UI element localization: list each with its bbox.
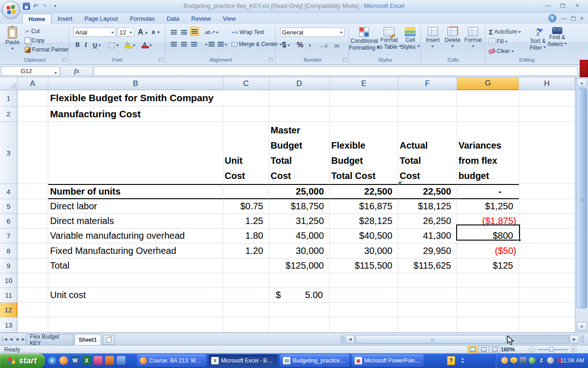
cell-F3[interactable]: Actual Total Cost	[398, 122, 457, 184]
cell-C3[interactable]: Unit Cost	[223, 122, 269, 184]
scroll-right-icon[interactable]: ▶	[570, 335, 579, 344]
cell-D11[interactable]: $5.00	[269, 288, 330, 303]
cell-E7[interactable]: $40,500	[330, 229, 398, 243]
row-header-12[interactable]: 12	[0, 303, 17, 317]
font-dialog-launcher-icon[interactable]: ↘	[159, 58, 163, 62]
blue-app-icon[interactable]	[117, 356, 125, 365]
zoom-slider-thumb[interactable]	[549, 347, 554, 352]
cell[interactable]	[519, 90, 575, 106]
insert-cells-button[interactable]: Insert	[424, 27, 442, 49]
alignment-dialog-launcher-icon[interactable]: ↘	[269, 58, 273, 62]
next-sheet-icon[interactable]: ▶	[15, 335, 21, 343]
cell[interactable]	[330, 317, 398, 333]
selected-cell-outline[interactable]	[456, 224, 520, 241]
col-header-F[interactable]: F	[398, 77, 457, 90]
cell[interactable]	[223, 273, 269, 288]
normal-view-icon[interactable]	[468, 346, 478, 353]
cell[interactable]	[457, 317, 519, 333]
cell[interactable]	[269, 90, 330, 106]
prev-sheet-icon[interactable]: ◀	[8, 335, 14, 343]
cell[interactable]	[17, 199, 48, 214]
scrollbar-resize-handle[interactable]	[581, 335, 584, 343]
formula-input[interactable]	[94, 66, 578, 76]
cut-button[interactable]: ✂ Cut	[24, 27, 41, 36]
pink-app-icon[interactable]	[94, 356, 102, 365]
cell-B7[interactable]: Variable manufacturing overhead	[48, 229, 223, 243]
font-size-combo[interactable]: 12	[118, 28, 134, 37]
cell-B6[interactable]: Direct materials	[48, 214, 223, 229]
shield-icon[interactable]	[510, 357, 517, 364]
cell[interactable]	[398, 106, 457, 122]
taskbar-help-icon[interactable]: ?	[447, 356, 455, 365]
task-excel[interactable]: X Microsoft Excel - Bud...	[209, 355, 277, 367]
cell[interactable]	[17, 243, 48, 259]
cell[interactable]	[330, 273, 398, 288]
cell[interactable]	[17, 288, 48, 303]
font-color-button[interactable]: A	[141, 40, 153, 50]
insert-function-button[interactable]: fx	[61, 66, 93, 76]
tab-insert[interactable]: Insert	[51, 14, 79, 24]
cell-F7[interactable]: 41,300	[398, 229, 457, 243]
workbook-minimize-button[interactable]: —	[561, 15, 566, 22]
cell-D6[interactable]: 31,250	[269, 214, 330, 229]
cell[interactable]	[330, 90, 398, 106]
workbook-close-button[interactable]: ×	[580, 15, 583, 22]
word-icon[interactable]: W	[71, 356, 79, 365]
fill-handle[interactable]	[518, 239, 521, 242]
find-select-button[interactable]: Find & Select	[548, 27, 567, 47]
col-header-D[interactable]: D	[269, 77, 330, 90]
office-button[interactable]	[2, 1, 20, 18]
cell-E4[interactable]: 22,500	[330, 184, 398, 199]
cell[interactable]	[17, 184, 48, 199]
first-sheet-icon[interactable]: ❘◀	[1, 335, 7, 343]
cell-E6[interactable]: $28,125	[330, 214, 398, 229]
cell[interactable]	[223, 317, 269, 333]
align-top-button[interactable]	[170, 28, 178, 37]
cell[interactable]	[17, 106, 48, 122]
cell[interactable]	[457, 288, 519, 303]
help-icon[interactable]: ?	[548, 14, 556, 22]
insert-worksheet-tab[interactable]	[103, 335, 115, 345]
row-header-8[interactable]: 8	[0, 243, 17, 259]
cell[interactable]	[223, 303, 269, 317]
increase-indent-button[interactable]: ▸	[217, 40, 228, 49]
zoom-level[interactable]: 160%	[501, 346, 515, 353]
number-dialog-launcher-icon[interactable]: ↘	[343, 58, 347, 62]
row-header-13[interactable]: 13	[0, 317, 17, 333]
cell[interactable]	[17, 303, 48, 317]
task-powerpoint[interactable]: ▣ Microsoft PowerPoint ...	[352, 355, 424, 367]
cell-D3[interactable]: Master Budget Total Cost	[269, 122, 330, 184]
horizontal-scroll-thumb[interactable]	[356, 335, 506, 344]
cell[interactable]	[519, 259, 575, 273]
cell-C4[interactable]	[223, 184, 269, 199]
cell-B9[interactable]: Total	[48, 259, 223, 273]
paste-button[interactable]: Paste	[3, 27, 22, 51]
fill-button[interactable]: ↓ Fill	[488, 37, 509, 46]
bold-button[interactable]: B	[74, 40, 80, 50]
cell[interactable]	[17, 214, 48, 229]
col-header-G[interactable]: G	[457, 77, 519, 90]
cell-F6[interactable]: 26,250	[398, 214, 457, 229]
row-header-6[interactable]: 6	[0, 214, 17, 229]
name-box[interactable]: G12	[1, 66, 60, 76]
row-header-1[interactable]: 1	[0, 90, 17, 106]
format-as-table-button[interactable]: Format as Table	[379, 27, 400, 50]
cell-B11[interactable]: Unit cost	[48, 288, 223, 303]
cell[interactable]	[17, 317, 48, 333]
sheet-tab-flex-budget-key[interactable]: Flex Budget KEY	[26, 334, 74, 345]
accounting-format-button[interactable]: $	[281, 40, 291, 50]
cell[interactable]	[48, 317, 223, 333]
cell-D5[interactable]: $18,750	[269, 199, 330, 214]
font-name-combo[interactable]: Arial	[74, 28, 116, 37]
cell-F4[interactable]: 22,500	[398, 184, 457, 199]
merge-center-button[interactable]: Merge & Center	[231, 40, 283, 49]
cell-D4[interactable]: 25,000	[269, 184, 330, 199]
percent-style-button[interactable]: %	[296, 40, 304, 50]
cell-D7[interactable]: 45,000	[269, 229, 330, 243]
cell-B2[interactable]: Manufacturing Cost	[48, 106, 223, 122]
page-break-view-icon[interactable]	[490, 346, 500, 353]
cell[interactable]	[17, 273, 48, 288]
cell[interactable]	[223, 90, 269, 106]
zoom-out-icon[interactable]: −	[529, 346, 535, 352]
cell[interactable]	[519, 243, 575, 259]
